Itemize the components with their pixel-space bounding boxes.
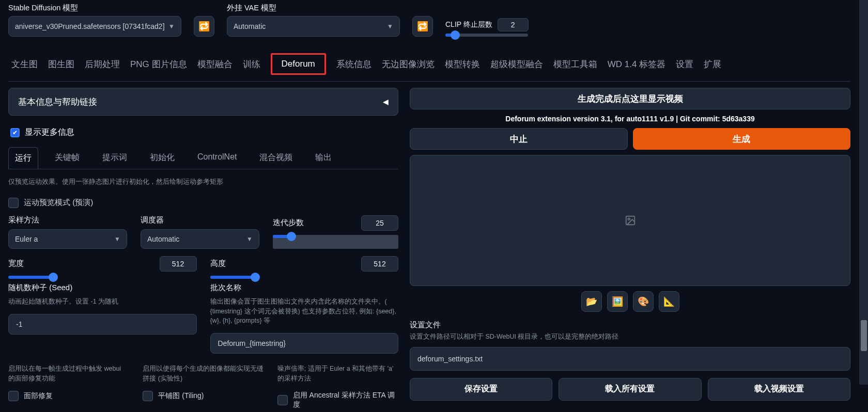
tiling-label: 平铺图 (Tiling) — [158, 391, 204, 401]
tab-无边图像浏览[interactable]: 无边图像浏览 — [382, 58, 435, 70]
tab-后期处理[interactable]: 后期处理 — [85, 58, 120, 70]
seed-input[interactable]: -1 — [8, 314, 197, 335]
ruler-icon[interactable]: 📐 — [659, 291, 679, 312]
inner-tab-输出[interactable]: 输出 — [309, 147, 338, 169]
svg-point-1 — [628, 218, 630, 220]
width-label: 宽度 — [8, 259, 24, 268]
chevron-down-icon: ▼ — [168, 23, 175, 30]
show-video-button[interactable]: 生成完成后点这里显示视频 — [410, 88, 850, 109]
save-settings-button[interactable]: 保存设置 — [410, 378, 552, 401]
sampler-value: Euler a — [15, 235, 38, 243]
vae-model-label: 外挂 VAE 模型 — [227, 3, 400, 13]
face-restore-checkbox[interactable] — [8, 391, 19, 401]
sd-model-value: aniverse_v30Pruned.safetensors [07341fca… — [15, 22, 165, 30]
tab-模型融合[interactable]: 模型融合 — [197, 58, 233, 70]
settings-file-hint: 设置文件路径可以相对于 SD-WebUI 根目录，也可以是完整的绝对路径 — [410, 332, 850, 342]
inner-tab-关键帧[interactable]: 关键帧 — [49, 147, 86, 169]
eta-hint: 噪声倍率; 适用于 Euler a 和其他带有 'a' 的采样方法 — [277, 364, 398, 384]
tab-Deforum[interactable]: Deforum — [271, 53, 326, 75]
motion-preview-checkbox[interactable] — [8, 198, 19, 208]
tab-模型转换[interactable]: 模型转换 — [445, 58, 480, 70]
steps-slider[interactable] — [273, 235, 398, 249]
tab-扩展[interactable]: 扩展 — [704, 58, 721, 70]
show-more-checkbox[interactable]: ✔ — [10, 128, 20, 137]
accordion-info-help[interactable]: 基本信息与帮助链接 ◀ — [8, 88, 398, 116]
clip-skip-value[interactable]: 2 — [498, 18, 529, 31]
sd-model-label: Stable Diffusion 模型 — [8, 3, 181, 13]
tiling-checkbox[interactable] — [143, 391, 153, 401]
eta-checkbox[interactable] — [277, 395, 288, 405]
tab-PNG 图片信息[interactable]: PNG 图片信息 — [130, 58, 187, 70]
vae-model-value: Automatic — [234, 22, 266, 30]
abort-button[interactable]: 中止 — [410, 128, 628, 150]
settings-file-label: 设置文件 — [410, 320, 850, 330]
tiling-hint: 启用以使得每个生成的图像都能实现无缝拼接 (实验性) — [143, 364, 264, 384]
accordion-title: 基本信息与帮助链接 — [18, 96, 97, 108]
load-video-settings-button[interactable]: 载入视频设置 — [708, 378, 850, 401]
seed-label: 随机数种子 (Seed) — [8, 283, 197, 293]
settings-file-input[interactable]: deforum_settings.txt — [410, 347, 850, 371]
load-all-settings-button[interactable]: 载入所有设置 — [559, 378, 701, 401]
folder-icon[interactable]: 📂 — [581, 291, 602, 312]
refresh-vae-icon[interactable]: 🔁 — [412, 16, 433, 37]
chevron-down-icon: ▼ — [114, 235, 120, 243]
vae-model-select[interactable]: Automatic ▼ — [227, 16, 400, 37]
face-restore-label: 面部修复 — [24, 391, 53, 401]
inner-tab-混合视频[interactable]: 混合视频 — [253, 147, 299, 169]
inner-tab-运行[interactable]: 运行 — [8, 147, 38, 169]
inner-tab-ControlNet[interactable]: ControlNet — [191, 147, 243, 169]
image-placeholder-icon — [625, 215, 636, 226]
inner-tab-初始化[interactable]: 初始化 — [144, 147, 181, 169]
scrollbar-thumb[interactable] — [861, 320, 867, 351]
vertical-scrollbar[interactable] — [859, 0, 868, 385]
batch-name-label: 批次名称 — [210, 283, 399, 293]
height-value[interactable]: 512 — [361, 256, 398, 272]
palette-icon[interactable]: 🎨 — [633, 291, 654, 312]
clip-skip-label: CLIP 终止层数 — [445, 20, 492, 29]
motion-preview-label: 运动预览模式 (预演) — [24, 198, 93, 208]
motion-preview-hint: 仅预览运动效果。使用一张静态图片进行初始化，然后绘制运动参考矩形 — [8, 177, 398, 187]
preview-area — [410, 155, 850, 286]
inner-tab-提示词[interactable]: 提示词 — [96, 147, 133, 169]
accordion-collapse-icon: ◀ — [383, 98, 389, 106]
refresh-sd-icon[interactable]: 🔁 — [194, 16, 214, 37]
batch-name-input[interactable]: Deforum_{timestring} — [210, 333, 399, 354]
width-value[interactable]: 512 — [160, 256, 197, 272]
sd-model-select[interactable]: aniverse_v30Pruned.safetensors [07341fca… — [8, 16, 181, 37]
clip-skip-slider[interactable] — [445, 34, 529, 37]
tab-图生图[interactable]: 图生图 — [48, 58, 74, 70]
steps-label: 迭代步数 — [273, 218, 304, 228]
tab-超级模型融合[interactable]: 超级模型融合 — [490, 58, 543, 70]
face-restore-hint: 启用以在每一帧生成过程中触发 webui 的面部修复功能 — [8, 364, 129, 384]
tab-文生图[interactable]: 文生图 — [11, 58, 38, 70]
image-icon[interactable]: 🖼️ — [607, 291, 628, 312]
seed-hint: 动画起始随机数种子。设置 -1 为随机 — [8, 297, 197, 307]
tab-设置[interactable]: 设置 — [676, 58, 693, 70]
generate-button[interactable]: 生成 — [633, 128, 851, 150]
tab-系统信息[interactable]: 系统信息 — [336, 58, 371, 70]
scheduler-value: Automatic — [147, 235, 179, 243]
tab-训练[interactable]: 训练 — [243, 58, 260, 70]
batch-name-hint: 输出图像会置于图生图输出文件夹内含此名称的文件夹中。( {timestring}… — [210, 297, 399, 326]
height-label: 高度 — [210, 259, 226, 268]
version-text: Deforum extension version 3.1, for auto1… — [410, 115, 850, 123]
sampler-select[interactable]: Euler a ▼ — [8, 229, 127, 249]
chevron-down-icon: ▼ — [387, 23, 393, 30]
chevron-down-icon: ▼ — [246, 235, 253, 243]
show-more-label: 显示更多信息 — [25, 127, 74, 138]
sampler-label: 采样方法 — [8, 215, 127, 225]
tab-WD 1.4 标签器[interactable]: WD 1.4 标签器 — [608, 58, 665, 70]
eta-label: 启用 Ancestral 采样方法 ETA 调度 — [293, 391, 396, 409]
scheduler-label: 调度器 — [141, 215, 259, 225]
scheduler-select[interactable]: Automatic ▼ — [141, 229, 259, 249]
steps-value[interactable]: 25 — [361, 215, 398, 231]
tab-模型工具箱[interactable]: 模型工具箱 — [553, 58, 597, 70]
